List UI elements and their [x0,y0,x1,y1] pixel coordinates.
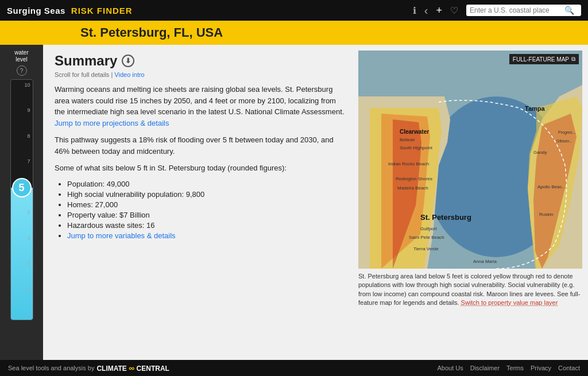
svg-text:Saint Pete Beach: Saint Pete Beach [409,235,444,240]
header: Surging Seas RISK FINDER ℹ ‹ + ♡ 🔍 [0,0,588,21]
brand-risk: RISK FINDER [71,6,133,15]
variables-link[interactable]: Jump to more variables & details [67,231,176,240]
svg-text:South Highpoint: South Highpoint [400,145,433,150]
list-item: Population: 49,000 [67,180,347,188]
svg-text:Gibson...: Gibson... [556,139,572,143]
brand-surging: Surging Seas [7,6,65,15]
svg-text:Apollo Beac...: Apollo Beac... [537,184,566,189]
gauge-scale: 10 9 8 7 6 5 4 3 2 1 [24,80,30,320]
footer-privacy-link[interactable]: Privacy [531,365,551,371]
map-panel: Clearwater Belleair South Highpoint Indi… [358,45,588,360]
list-item: High social vulnerability population: 9,… [67,190,347,199]
search-box: 🔍 [466,5,581,16]
svg-text:Tierra Verde: Tierra Verde [413,246,439,251]
svg-text:Progres...: Progres... [558,130,575,135]
svg-text:St. Petersburg: St. Petersburg [420,213,471,222]
footer: Sea level tools and analysis by CLIMATE … [0,360,588,376]
help-button[interactable]: ? [17,65,27,76]
heart-icon[interactable]: ♡ [450,5,458,16]
gauge-level[interactable]: 5 [12,178,32,197]
footer-about-link[interactable]: About Us [437,365,463,371]
bullet-list: Population: 49,000 High social vulnerabi… [55,180,347,240]
header-icons: ℹ ‹ + ♡ 🔍 [413,4,581,17]
search-input[interactable] [470,6,564,14]
external-link-icon: ⧉ [571,56,575,63]
svg-text:Gulfport: Gulfport [420,226,437,231]
list-item: Homes: 27,000 [67,200,347,209]
paragraph-3: Some of what sits below 5 ft in St. Pete… [55,162,347,174]
footer-terms-link[interactable]: Terms [506,365,524,371]
svg-text:Madeira Beach: Madeira Beach [397,185,428,191]
map-container: Clearwater Belleair South Highpoint Indi… [358,51,582,269]
paragraph-2: This pathway suggests a 18% risk of floo… [55,134,347,157]
main-content: water level ? 10 9 8 7 6 5 4 3 2 1 5 Sum… [0,45,588,360]
full-feature-map-button[interactable]: FULL-FEATURE MAP ⧉ [509,54,579,64]
projections-link-1[interactable]: Jump to more projections & details [55,119,169,127]
search-icon[interactable]: 🔍 [564,6,574,15]
svg-text:Indian Rocks Beach: Indian Rocks Beach [388,161,429,166]
list-item: Hazardous waste sites: 16 [67,221,347,230]
location-title: St. Petersburg, FL, USA [80,25,223,40]
footer-contact-link[interactable]: Contact [558,365,580,371]
plus-icon[interactable]: + [436,5,442,17]
svg-text:Anna Maria: Anna Maria [473,259,497,264]
back-icon[interactable]: ‹ [424,4,428,17]
map-caption: St. Petersburg area land below 5 feet is… [358,272,582,308]
footer-links: About Us Disclaimer Terms Privacy Contac… [437,365,580,371]
summary-content: Summary ⬇ Scroll for full details | Vide… [43,45,358,360]
svg-text:Belleair: Belleair [400,137,415,142]
footer-left-text: Sea level tools and analysis by [8,365,94,371]
infinity-icon: ∞ [129,363,134,373]
svg-text:Redington Shores: Redington Shores [396,176,432,181]
sidebar: water level ? 10 9 8 7 6 5 4 3 2 1 5 [0,45,43,360]
scroll-hint: Scroll for full details | Video intro [55,71,347,78]
footer-disclaimer-link[interactable]: Disclaimer [470,365,500,371]
sidebar-label: water level [14,49,28,63]
map-image: Clearwater Belleair South Highpoint Indi… [358,51,582,269]
climate-central-logo: CLIMATE ∞ CENTRAL [96,363,169,373]
location-bar: St. Petersburg, FL, USA [0,21,588,45]
info-icon[interactable]: ℹ [413,5,416,16]
footer-left: Sea level tools and analysis by CLIMATE … [8,363,169,373]
video-intro-link[interactable]: Video intro [114,71,144,78]
summary-heading: Summary ⬇ [55,53,347,69]
svg-text:Clearwater: Clearwater [400,129,429,135]
list-item-jump[interactable]: Jump to more variables & details [67,231,347,240]
list-item: Property value: $7 Billion [67,211,347,219]
svg-text:Gandy: Gandy [533,150,547,155]
paragraph-1: Warming oceans and melting ice sheets ar… [55,84,347,129]
switch-layer-link[interactable]: Switch to property value map layer [461,299,558,306]
svg-text:Tampa: Tampa [525,105,546,112]
svg-text:Ruskin: Ruskin [539,212,553,217]
download-icon[interactable]: ⬇ [122,55,134,67]
water-gauge: 10 9 8 7 6 5 4 3 2 1 5 [10,79,33,320]
